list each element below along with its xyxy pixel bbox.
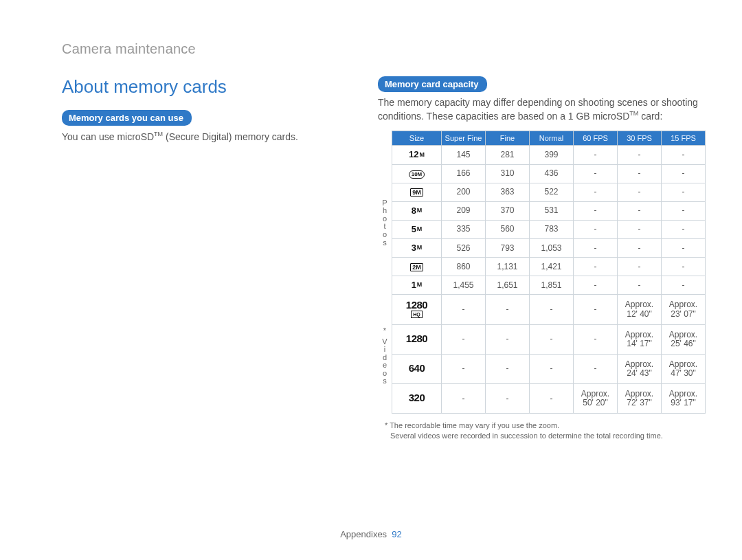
size-badge: 9M: [410, 188, 423, 197]
footer-section: Appendixes: [340, 529, 387, 539]
size-badge: 2M: [410, 263, 423, 271]
section-heading: About memory cards: [62, 76, 350, 98]
th-normal: Normal: [530, 131, 574, 146]
table-header-row: Size Super Fine Fine Normal 60 FPS 30 FP…: [392, 131, 706, 146]
note-2: Several videos were recorded in successi…: [385, 431, 721, 440]
size-badge: 3M: [412, 243, 423, 253]
th-60fps: 60 FPS: [574, 131, 618, 146]
table-row: 10M166310436---: [392, 164, 706, 183]
table-row: 8M209370531---: [392, 201, 706, 220]
size-badge: 1M: [412, 280, 423, 290]
table-row: 1M1,4551,6511,851---: [392, 276, 706, 295]
table-row: 640----Approx. 24' 43"Approx. 47' 30": [392, 354, 706, 383]
res-badge: 640: [409, 364, 425, 373]
right-body-suffix: card:: [638, 111, 662, 122]
table-row: 12M145281399---: [392, 146, 706, 164]
left-body: You can use microSDTM (Secure Digital) m…: [62, 130, 350, 144]
left-body-suffix: (Secure Digital) memory cards.: [163, 131, 298, 142]
tm-mark: TM: [154, 131, 163, 137]
page-footer: Appendixes 92: [0, 529, 742, 539]
table-row: 1280----Approx. 14' 17"Approx. 25' 46": [392, 324, 706, 354]
side-label-photos: Photos: [378, 147, 392, 298]
th-super-fine: Super Fine: [442, 131, 486, 146]
res-badge: 320: [409, 394, 425, 403]
left-body-prefix: You can use microSD: [62, 131, 154, 142]
breadcrumb: Camera maintenance: [62, 41, 687, 57]
size-badge: 5M: [412, 225, 423, 234]
size-badge: 8M: [412, 206, 423, 216]
table-row: 320---Approx. 50' 20"Approx. 72' 37"Appr…: [392, 384, 706, 414]
th-15fps: 15 FPS: [662, 131, 706, 146]
table-row: 1280HQ----Approx. 12' 40"Approx. 23' 07": [392, 295, 706, 324]
note-1: * The recordable time may vary if you us…: [385, 421, 721, 430]
table-row: 5M335560783---: [392, 220, 706, 238]
res-badge: 1280HQ: [406, 301, 427, 318]
side-label-videos: *Videos: [378, 298, 392, 414]
size-badge: 10M: [409, 170, 425, 179]
table-row: 3M5267931,053---: [392, 239, 706, 258]
pill-memory-cards-you-can-use: Memory cards you can use: [62, 110, 192, 126]
th-size: Size: [392, 131, 442, 146]
tm-mark: TM: [629, 110, 638, 117]
res-badge: 1280: [406, 335, 427, 344]
table-notes: * The recordable time may vary if you us…: [378, 421, 721, 440]
right-body: The memory capacity may differ depending…: [378, 96, 721, 122]
pill-memory-card-capacity: Memory card capacity: [378, 76, 487, 92]
table-row: 2M8601,1311,421---: [392, 258, 706, 276]
th-30fps: 30 FPS: [618, 131, 662, 146]
footer-page: 92: [392, 529, 401, 539]
table-row: 9M200363522---: [392, 183, 706, 201]
th-fine: Fine: [486, 131, 530, 146]
size-badge: 12M: [409, 150, 425, 159]
capacity-table: Size Super Fine Fine Normal 60 FPS 30 FP…: [392, 131, 706, 414]
